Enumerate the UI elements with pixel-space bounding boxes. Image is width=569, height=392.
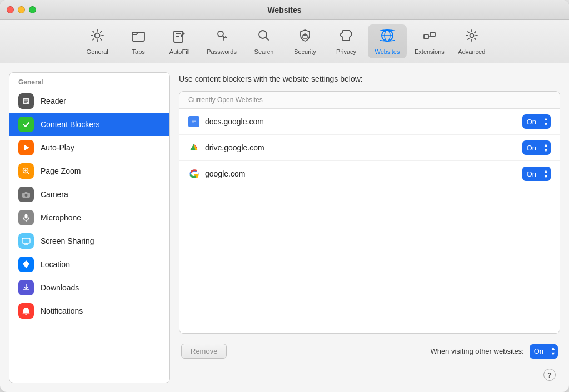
table-row: drive.google.com On ▲ ▼ [179, 135, 560, 161]
svg-point-3 [218, 31, 223, 37]
toolbar-item-autofill[interactable]: AutoFill [160, 24, 199, 58]
arrow-up-other[interactable]: ▲ [551, 346, 556, 351]
sidebar-label-microphone: Microphone [41, 213, 81, 222]
camera-icon [18, 187, 34, 202]
sidebar-label-screensharing: Screen Sharing [41, 237, 94, 245]
sidebar-label-reader: Reader [41, 97, 66, 105]
remove-button[interactable]: Remove [181, 344, 227, 359]
bottom-bar: Remove When visiting other websites: On … [179, 339, 560, 361]
select-arrows-2[interactable]: ▲ ▼ [541, 140, 551, 155]
row-domain-3: google.com [205, 169, 522, 178]
sidebar-item-camera[interactable]: Camera [9, 183, 169, 206]
other-websites-select[interactable]: On ▲ ▼ [530, 344, 558, 359]
arrow-up-3[interactable]: ▲ [543, 169, 548, 174]
sidebar-item-autoplay[interactable]: Auto-Play [9, 136, 169, 159]
other-websites-label: When visiting other websites: [430, 347, 523, 355]
select-1[interactable]: On ▲ ▼ [522, 114, 551, 129]
main-content: General Reader [0, 63, 569, 392]
downloads-icon [18, 280, 34, 295]
right-panel: Use content blockers with the website se… [179, 72, 560, 383]
select-arrows-3[interactable]: ▲ ▼ [541, 167, 551, 181]
advanced-icon [464, 28, 480, 47]
sidebar-section-header: General [9, 73, 169, 89]
sidebar-label-location: Location [41, 260, 70, 269]
panel-description: Use content blockers with the website se… [179, 72, 560, 86]
select-arrows-1[interactable]: ▲ ▼ [541, 114, 551, 129]
table-body: docs.google.com On ▲ ▼ [179, 109, 560, 333]
reader-icon [18, 93, 34, 109]
websites-icon [380, 28, 395, 47]
svg-rect-8 [424, 34, 428, 39]
general-icon [89, 28, 105, 47]
sidebar-label-notifications: Notifications [41, 306, 83, 315]
svg-rect-18 [25, 214, 28, 219]
sidebar-label-camera: Camera [41, 190, 68, 199]
table-header: Currently Open Websites [179, 92, 560, 109]
sidebar-item-location[interactable]: Location [9, 253, 169, 276]
tabs-icon [131, 28, 146, 47]
window-title: Websites [267, 6, 301, 14]
help-button[interactable]: ? [543, 369, 556, 381]
pagezoom-icon [18, 163, 34, 179]
safari-preferences-window: Websites General Tabs [0, 0, 569, 392]
row-domain-1: docs.google.com [205, 117, 522, 126]
arrow-up-2[interactable]: ▲ [543, 143, 548, 148]
toolbar-label-security: Security [294, 48, 316, 55]
toolbar-item-privacy[interactable]: Privacy [327, 24, 366, 58]
websites-table: Currently Open Websites docs.goo [179, 91, 560, 334]
arrow-down-1[interactable]: ▼ [543, 122, 548, 127]
autoplay-icon [18, 140, 34, 155]
maximize-button[interactable] [29, 6, 36, 13]
favicon-docs [188, 116, 199, 127]
other-websites: When visiting other websites: On ▲ ▼ [430, 344, 558, 359]
toolbar-label-advanced: Advanced [458, 48, 485, 55]
svg-point-10 [470, 34, 473, 38]
sidebar-item-pagezoom[interactable]: Page Zoom [9, 159, 169, 183]
toolbar-item-websites[interactable]: Websites [368, 24, 407, 58]
row-control-2[interactable]: On ▲ ▼ [522, 140, 551, 155]
select-value-1: On [522, 118, 541, 126]
minimize-button[interactable] [18, 6, 25, 13]
sidebar-label-autoplay: Auto-Play [41, 143, 74, 152]
toolbar-label-extensions: Extensions [415, 48, 445, 55]
titlebar: Websites [0, 0, 569, 20]
sidebar-label-content-blockers: Content Blockers [41, 120, 100, 129]
toolbar-item-security[interactable]: Security [286, 24, 325, 58]
select-3[interactable]: On ▲ ▼ [522, 167, 551, 181]
row-control-3[interactable]: On ▲ ▼ [522, 167, 551, 181]
favicon-google [188, 168, 199, 179]
arrow-down-3[interactable]: ▼ [543, 174, 548, 179]
svg-rect-13 [24, 101, 28, 102]
close-button[interactable] [7, 6, 14, 13]
toolbar-item-advanced[interactable]: Advanced [452, 24, 491, 58]
toolbar-label-privacy: Privacy [336, 48, 356, 55]
traffic-lights [7, 6, 36, 13]
toolbar-item-general[interactable]: General [78, 24, 117, 58]
sidebar-item-notifications[interactable]: Notifications [9, 299, 169, 323]
sidebar-item-microphone[interactable]: Microphone [9, 206, 169, 229]
svg-rect-14 [24, 102, 27, 103]
toolbar-item-extensions[interactable]: Extensions [409, 24, 450, 58]
row-control-1[interactable]: On ▲ ▼ [522, 114, 551, 129]
arrow-down-2[interactable]: ▼ [543, 148, 548, 153]
row-domain-2: drive.google.com [205, 143, 522, 152]
toolbar-item-passwords[interactable]: Passwords [201, 24, 242, 58]
toolbar-item-search[interactable]: Search [244, 24, 283, 58]
select-2[interactable]: On ▲ ▼ [522, 140, 551, 155]
sidebar-item-downloads[interactable]: Downloads [9, 276, 169, 299]
sidebar-item-reader[interactable]: Reader [9, 89, 169, 113]
arrow-up-1[interactable]: ▲ [543, 117, 548, 122]
arrow-down-other[interactable]: ▼ [551, 351, 556, 356]
toolbar-item-tabs[interactable]: Tabs [119, 24, 158, 58]
svg-rect-22 [192, 121, 196, 122]
passwords-icon [214, 28, 229, 47]
svg-rect-12 [24, 100, 28, 100]
svg-rect-9 [431, 32, 435, 37]
sidebar-item-screensharing[interactable]: Screen Sharing [9, 229, 169, 253]
svg-rect-19 [22, 238, 30, 243]
sidebar-item-content-blockers[interactable]: Content Blockers [9, 113, 169, 136]
toolbar-label-websites: Websites [375, 48, 400, 55]
table-row: docs.google.com On ▲ ▼ [179, 109, 560, 135]
other-websites-arrows[interactable]: ▲ ▼ [548, 344, 558, 359]
search-icon [256, 28, 272, 47]
